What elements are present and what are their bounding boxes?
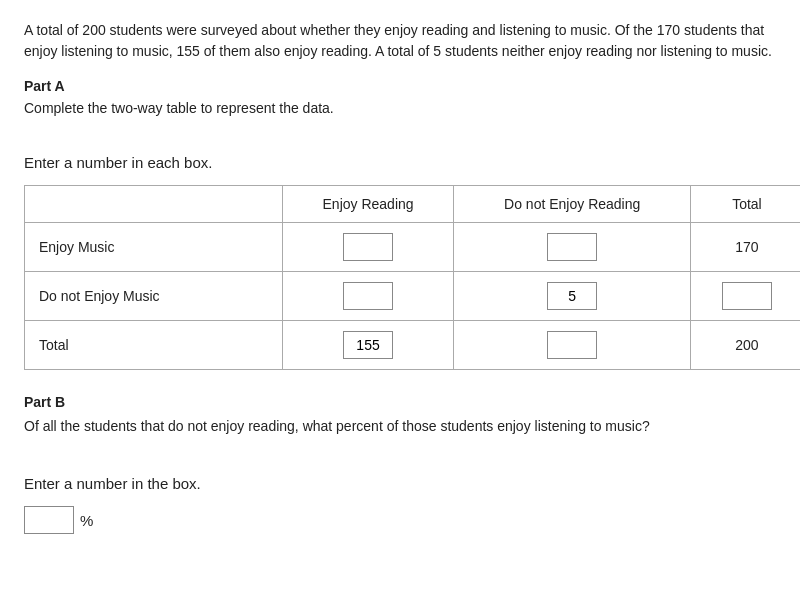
static-enjoy-music-total: 170	[735, 239, 758, 255]
input-do-not-enjoy-music-do-not-enjoy-reading[interactable]	[547, 282, 597, 310]
input-total-enjoy-reading[interactable]	[343, 331, 393, 359]
input-total-do-not-enjoy-reading[interactable]	[547, 331, 597, 359]
input-enjoy-music-enjoy-reading[interactable]	[343, 233, 393, 261]
cell-do-not-enjoy-music-do-not-enjoy-reading	[454, 272, 690, 321]
cell-do-not-enjoy-music-enjoy-reading	[282, 272, 454, 321]
row-label-enjoy-music: Enjoy Music	[25, 223, 283, 272]
cell-do-not-enjoy-music-total	[690, 272, 800, 321]
cell-total-total: 200	[690, 321, 800, 370]
table-row-do-not-enjoy-music: Do not Enjoy Music	[25, 272, 801, 321]
static-total-total: 200	[735, 337, 758, 353]
part-b-label: Part B	[24, 394, 776, 410]
part-b-question: Of all the students that do not enjoy re…	[24, 416, 776, 437]
cell-total-enjoy-reading	[282, 321, 454, 370]
part-a-label: Part A	[24, 78, 776, 94]
col-header-blank	[25, 186, 283, 223]
input-enjoy-music-do-not-enjoy-reading[interactable]	[547, 233, 597, 261]
table-row-enjoy-music: Enjoy Music 170	[25, 223, 801, 272]
percent-sign: %	[80, 512, 93, 529]
part-a-enter-prompt: Enter a number in each box.	[24, 154, 776, 171]
cell-total-do-not-enjoy-reading	[454, 321, 690, 370]
input-do-not-enjoy-music-enjoy-reading[interactable]	[343, 282, 393, 310]
percent-input[interactable]	[24, 506, 74, 534]
part-a-instruction: Complete the two-way table to represent …	[24, 100, 776, 116]
two-way-table: Enjoy Reading Do not Enjoy Reading Total…	[24, 185, 800, 370]
cell-enjoy-music-total: 170	[690, 223, 800, 272]
row-label-do-not-enjoy-music: Do not Enjoy Music	[25, 272, 283, 321]
cell-enjoy-music-do-not-enjoy-reading	[454, 223, 690, 272]
intro-text: A total of 200 students were surveyed ab…	[24, 20, 776, 62]
percent-row: %	[24, 506, 776, 534]
part-b-enter-prompt: Enter a number in the box.	[24, 475, 776, 492]
col-header-total: Total	[690, 186, 800, 223]
row-label-total: Total	[25, 321, 283, 370]
table-row-total: Total 200	[25, 321, 801, 370]
cell-enjoy-music-enjoy-reading	[282, 223, 454, 272]
input-do-not-enjoy-music-total[interactable]	[722, 282, 772, 310]
col-header-do-not-enjoy-reading: Do not Enjoy Reading	[454, 186, 690, 223]
part-b-section: Part B Of all the students that do not e…	[24, 394, 776, 534]
col-header-enjoy-reading: Enjoy Reading	[282, 186, 454, 223]
